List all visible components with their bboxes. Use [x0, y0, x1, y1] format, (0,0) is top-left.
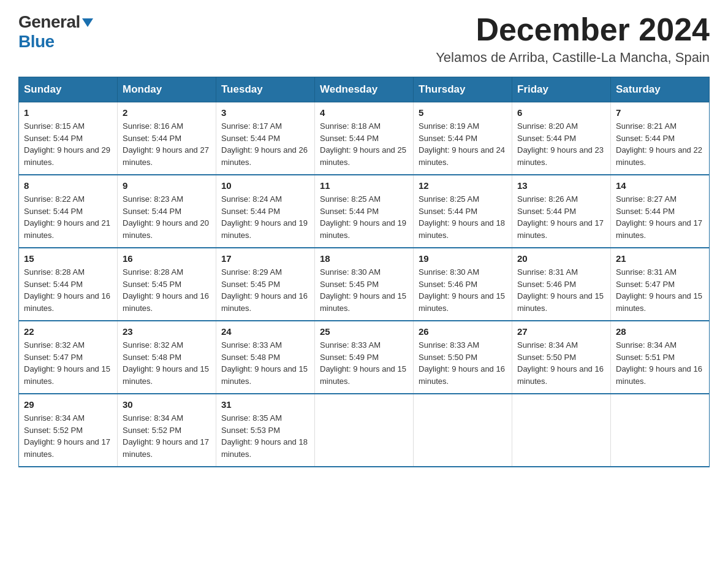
daylight-label: Daylight: 9 hours and 15 minutes.	[419, 291, 505, 313]
sunset-label: Sunset: 5:52 PM	[123, 426, 181, 435]
day-number: 24	[221, 326, 309, 337]
sunrise-label: Sunrise: 8:25 AM	[320, 194, 381, 204]
sunrise-label: Sunrise: 8:21 AM	[616, 121, 677, 131]
day-info: Sunrise: 8:31 AM Sunset: 5:47 PM Dayligh…	[616, 266, 704, 314]
header-sunday: Sunday	[19, 77, 118, 102]
daylight-label: Daylight: 9 hours and 19 minutes.	[320, 218, 406, 240]
day-number: 23	[123, 326, 211, 337]
daylight-label: Daylight: 9 hours and 18 minutes.	[221, 437, 308, 459]
day-number: 14	[616, 180, 704, 191]
calendar-cell: 27 Sunrise: 8:34 AM Sunset: 5:50 PM Dayl…	[512, 321, 611, 394]
sunset-label: Sunset: 5:45 PM	[221, 280, 280, 289]
sunrise-label: Sunrise: 8:34 AM	[616, 340, 677, 350]
sunset-label: Sunset: 5:46 PM	[419, 280, 477, 289]
daylight-label: Daylight: 9 hours and 20 minutes.	[123, 218, 209, 240]
calendar-cell: 9 Sunrise: 8:23 AM Sunset: 5:44 PM Dayli…	[118, 175, 216, 248]
calendar-cell	[611, 394, 710, 467]
sunrise-label: Sunrise: 8:33 AM	[419, 340, 479, 350]
sunset-label: Sunset: 5:47 PM	[616, 280, 675, 289]
day-number: 13	[517, 180, 605, 191]
daylight-label: Daylight: 9 hours and 16 minutes.	[616, 364, 702, 386]
sunrise-label: Sunrise: 8:18 AM	[320, 121, 381, 131]
day-info: Sunrise: 8:26 AM Sunset: 5:44 PM Dayligh…	[517, 193, 605, 241]
sunrise-label: Sunrise: 8:30 AM	[320, 267, 381, 277]
calendar-cell	[315, 394, 414, 467]
calendar-header-row: SundayMondayTuesdayWednesdayThursdayFrid…	[19, 77, 710, 102]
day-info: Sunrise: 8:29 AM Sunset: 5:45 PM Dayligh…	[221, 266, 309, 314]
sunset-label: Sunset: 5:44 PM	[24, 280, 83, 289]
calendar-cell: 25 Sunrise: 8:33 AM Sunset: 5:49 PM Dayl…	[315, 321, 414, 394]
day-number: 12	[419, 180, 507, 191]
daylight-label: Daylight: 9 hours and 23 minutes.	[517, 145, 604, 167]
daylight-label: Daylight: 9 hours and 17 minutes.	[123, 437, 209, 459]
day-number: 11	[320, 180, 408, 191]
day-info: Sunrise: 8:18 AM Sunset: 5:44 PM Dayligh…	[320, 120, 408, 168]
sunset-label: Sunset: 5:44 PM	[616, 207, 675, 216]
day-number: 26	[419, 326, 507, 337]
sunset-label: Sunset: 5:44 PM	[616, 134, 675, 143]
day-number: 10	[221, 180, 309, 191]
sunrise-label: Sunrise: 8:28 AM	[123, 267, 183, 277]
sunset-label: Sunset: 5:44 PM	[419, 207, 477, 216]
day-number: 3	[221, 107, 309, 118]
daylight-label: Daylight: 9 hours and 17 minutes.	[616, 218, 702, 240]
calendar-cell: 11 Sunrise: 8:25 AM Sunset: 5:44 PM Dayl…	[315, 175, 414, 248]
calendar-cell: 17 Sunrise: 8:29 AM Sunset: 5:45 PM Dayl…	[216, 248, 315, 321]
calendar-cell: 10 Sunrise: 8:24 AM Sunset: 5:44 PM Dayl…	[216, 175, 315, 248]
title-area: December 2024 Yelamos de Arriba, Castill…	[436, 12, 710, 66]
logo-general-text: General	[18, 12, 80, 31]
sunrise-label: Sunrise: 8:31 AM	[616, 267, 677, 277]
day-number: 20	[517, 253, 605, 264]
day-info: Sunrise: 8:25 AM Sunset: 5:44 PM Dayligh…	[320, 193, 408, 241]
calendar-cell: 29 Sunrise: 8:34 AM Sunset: 5:52 PM Dayl…	[19, 394, 118, 467]
sunrise-label: Sunrise: 8:33 AM	[221, 340, 282, 350]
calendar-cell: 3 Sunrise: 8:17 AM Sunset: 5:44 PM Dayli…	[216, 102, 315, 175]
day-number: 15	[24, 253, 112, 264]
daylight-label: Daylight: 9 hours and 16 minutes.	[517, 364, 604, 386]
daylight-label: Daylight: 9 hours and 24 minutes.	[419, 145, 505, 167]
sunrise-label: Sunrise: 8:34 AM	[24, 413, 85, 423]
day-number: 27	[517, 326, 605, 337]
day-info: Sunrise: 8:17 AM Sunset: 5:44 PM Dayligh…	[221, 120, 309, 168]
calendar-cell: 22 Sunrise: 8:32 AM Sunset: 5:47 PM Dayl…	[19, 321, 118, 394]
calendar-cell	[414, 394, 512, 467]
day-number: 4	[320, 107, 408, 118]
day-number: 31	[221, 399, 309, 410]
sunrise-label: Sunrise: 8:34 AM	[123, 413, 183, 423]
calendar-cell: 20 Sunrise: 8:31 AM Sunset: 5:46 PM Dayl…	[512, 248, 611, 321]
sunset-label: Sunset: 5:44 PM	[24, 134, 83, 143]
sunset-label: Sunset: 5:49 PM	[320, 353, 379, 362]
calendar-week-row: 8 Sunrise: 8:22 AM Sunset: 5:44 PM Dayli…	[19, 175, 710, 248]
calendar-week-row: 1 Sunrise: 8:15 AM Sunset: 5:44 PM Dayli…	[19, 102, 710, 175]
month-title: December 2024	[436, 12, 710, 47]
calendar-cell: 14 Sunrise: 8:27 AM Sunset: 5:44 PM Dayl…	[611, 175, 710, 248]
calendar-cell: 28 Sunrise: 8:34 AM Sunset: 5:51 PM Dayl…	[611, 321, 710, 394]
day-info: Sunrise: 8:35 AM Sunset: 5:53 PM Dayligh…	[221, 412, 309, 460]
calendar-cell: 21 Sunrise: 8:31 AM Sunset: 5:47 PM Dayl…	[611, 248, 710, 321]
day-number: 1	[24, 107, 112, 118]
calendar-cell: 15 Sunrise: 8:28 AM Sunset: 5:44 PM Dayl…	[19, 248, 118, 321]
logo: General Blue	[18, 12, 93, 52]
daylight-label: Daylight: 9 hours and 15 minutes.	[320, 291, 406, 313]
day-info: Sunrise: 8:28 AM Sunset: 5:45 PM Dayligh…	[123, 266, 211, 314]
sunrise-label: Sunrise: 8:27 AM	[616, 194, 677, 204]
calendar-cell: 30 Sunrise: 8:34 AM Sunset: 5:52 PM Dayl…	[118, 394, 216, 467]
day-info: Sunrise: 8:22 AM Sunset: 5:44 PM Dayligh…	[24, 193, 112, 241]
location-title: Yelamos de Arriba, Castille-La Mancha, S…	[436, 50, 710, 66]
day-number: 5	[419, 107, 507, 118]
day-number: 25	[320, 326, 408, 337]
day-number: 16	[123, 253, 211, 264]
daylight-label: Daylight: 9 hours and 15 minutes.	[320, 364, 406, 386]
sunrise-label: Sunrise: 8:29 AM	[221, 267, 282, 277]
sunrise-label: Sunrise: 8:16 AM	[123, 121, 183, 131]
day-info: Sunrise: 8:31 AM Sunset: 5:46 PM Dayligh…	[517, 266, 605, 314]
day-info: Sunrise: 8:28 AM Sunset: 5:44 PM Dayligh…	[24, 266, 112, 314]
sunset-label: Sunset: 5:44 PM	[320, 207, 379, 216]
day-info: Sunrise: 8:30 AM Sunset: 5:45 PM Dayligh…	[320, 266, 408, 314]
sunrise-label: Sunrise: 8:32 AM	[24, 340, 85, 350]
day-info: Sunrise: 8:21 AM Sunset: 5:44 PM Dayligh…	[616, 120, 704, 168]
daylight-label: Daylight: 9 hours and 22 minutes.	[616, 145, 702, 167]
day-number: 19	[419, 253, 507, 264]
logo-row2: Blue	[18, 32, 55, 52]
day-info: Sunrise: 8:25 AM Sunset: 5:44 PM Dayligh…	[419, 193, 507, 241]
